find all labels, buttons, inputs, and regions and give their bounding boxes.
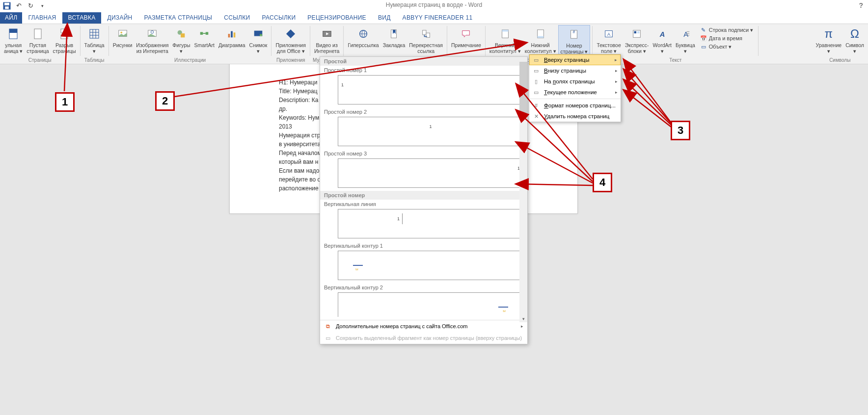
scrollbar-thumb[interactable] (519, 62, 527, 116)
quickparts-button[interactable]: Экспресс- блоки ▾ (623, 25, 651, 55)
menu-page-margins[interactable]: ▯На полях страницы▸ (529, 76, 621, 87)
chevron-right-icon: ▸ (615, 57, 617, 62)
gallery-item-preview-vcont2[interactable]: ы (338, 292, 523, 317)
video-icon (319, 26, 335, 42)
online-video-button[interactable]: Видео из Интернета (312, 25, 342, 55)
tab-home[interactable]: ГЛАВНАЯ (22, 12, 62, 24)
annotation-2: 2 (155, 91, 175, 111)
crossref-button[interactable]: Перекрестная ссылка (407, 25, 445, 55)
chevron-right-icon: ▸ (615, 68, 618, 73)
svg-rect-41 (537, 36, 543, 38)
group-apps: Приложения для Office ▾ Приложения (271, 24, 309, 64)
svg-rect-39 (502, 30, 508, 32)
signature-line-button[interactable]: ✎Строка подписи ▾ (699, 26, 755, 34)
tab-design[interactable]: ДИЗАЙН (101, 12, 138, 24)
comment-button[interactable]: Примечание (449, 25, 483, 49)
gallery-scrollbar[interactable]: ▾ (519, 62, 527, 322)
gallery-item-preview-1[interactable]: 1 (338, 75, 523, 104)
svg-rect-19 (200, 32, 203, 35)
undo-icon[interactable]: ↶ (14, 1, 24, 11)
save-icon[interactable] (2, 1, 12, 11)
symbol-button[interactable]: ΩСимвол ▾ (843, 25, 866, 55)
group-tables: Таблица ▾ Таблицы (81, 24, 108, 64)
gallery-item-preview-vline[interactable]: 1 (338, 209, 523, 238)
page-margins-icon: ▯ (532, 78, 540, 85)
annotation-1: 1 (55, 92, 75, 112)
svg-rect-24 (234, 32, 236, 37)
tab-mailings[interactable]: РАССЫЛКИ (256, 12, 302, 24)
signature-icon: ✎ (700, 26, 707, 33)
tab-layout[interactable]: РАЗМЕТКА СТРАНИЦЫ (138, 12, 218, 24)
menu-current-position[interactable]: ▭Текущее положение▸ (529, 87, 621, 98)
annotation-4: 4 (593, 173, 612, 192)
date-time-button[interactable]: 📅Дата и время (699, 34, 755, 42)
svg-rect-5 (34, 29, 41, 39)
page-number-gallery: Простой Простой номер 1 1 Простой номер … (320, 56, 528, 344)
shapes-button[interactable]: Фигуры ▾ (170, 25, 192, 55)
gallery-item-preview-2[interactable]: 1 (338, 117, 523, 146)
wordart-button[interactable]: AWordArt ▾ (651, 25, 674, 55)
page-number-menu: ▭Вверху страницы▸ ▭Внизу страницы▸ ▯На п… (529, 54, 621, 122)
menu-format-page-numbers[interactable]: #Формат номеров страниц... (529, 100, 621, 111)
menu-top-of-page[interactable]: ▭Вверху страницы▸ (529, 54, 621, 65)
office-icon: ⧉ (324, 322, 332, 330)
tab-file[interactable]: АЙЛ (0, 12, 22, 24)
qat-customize-icon[interactable]: ▾ (37, 1, 47, 11)
quickparts-icon (629, 26, 645, 42)
help-icon[interactable]: ? (859, 1, 863, 9)
online-pictures-icon (144, 26, 160, 42)
gallery-item-preview-vcont1[interactable]: ы (338, 251, 523, 280)
tab-references[interactable]: ССЫЛКИ (218, 12, 256, 24)
svg-text:+: + (260, 34, 262, 37)
chart-icon (224, 26, 240, 42)
header-icon (497, 26, 513, 42)
dropcap-button[interactable]: AБуквица ▾ (674, 25, 697, 55)
equation-button[interactable]: πУравнение ▾ (814, 25, 844, 55)
table-button[interactable]: Таблица ▾ (82, 25, 107, 55)
ribbon-tabs: АЙЛ ГЛАВНАЯ ВСТАВКА ДИЗАЙН РАЗМЕТКА СТРА… (0, 12, 868, 24)
svg-text:A: A (659, 30, 665, 38)
svg-text:A: A (607, 32, 611, 37)
gallery-item-label: Вертикальный контур 2 (320, 283, 527, 291)
gallery-item-preview-3[interactable]: 1 (338, 158, 523, 188)
page-number-button[interactable]: #Номер страницы ▾ (558, 25, 591, 56)
tab-review[interactable]: РЕЦЕНЗИРОВАНИЕ (301, 12, 372, 24)
hyperlink-button[interactable]: Гиперссылка (346, 25, 380, 49)
textbox-button[interactable]: AТекстовое поле ▾ (595, 25, 623, 55)
format-icon: # (532, 102, 540, 109)
menu-remove-page-numbers[interactable]: ✕Удалить номера страниц (529, 111, 621, 122)
online-pictures-button[interactable]: Изображения из Интернета (134, 25, 170, 55)
bookmark-button[interactable]: Закладка (381, 25, 407, 49)
chart-button[interactable]: Диаграмма (217, 25, 247, 49)
tab-abbyy[interactable]: ABBYY FineReader 11 (397, 12, 479, 24)
footer-button[interactable]: Нижний колонтитул ▾ (523, 25, 558, 55)
tab-insert[interactable]: ВСТАВКА (62, 12, 102, 24)
object-button[interactable]: ▭Объект ▾ (699, 43, 755, 51)
screenshot-icon: + (250, 26, 266, 42)
remove-icon: ✕ (532, 112, 540, 120)
gallery-save-selection: ▭Сохранить выделенный фрагмент как номер… (320, 332, 527, 344)
redo-icon[interactable]: ↻ (26, 1, 35, 11)
crossref-icon (418, 26, 434, 42)
gallery-item-label: Простой номер 2 (320, 107, 527, 116)
object-icon: ▭ (700, 43, 707, 50)
page-bottom-icon: ▭ (532, 67, 540, 75)
smartart-button[interactable]: SmartArt (192, 25, 217, 49)
textbox-icon: A (601, 26, 617, 42)
chevron-right-icon: ▸ (615, 79, 618, 84)
page-break-button[interactable]: Разрыв страницы (51, 25, 78, 55)
svg-rect-20 (206, 32, 209, 35)
screenshot-button[interactable]: +Снимок ▾ (247, 25, 270, 55)
menu-bottom-of-page[interactable]: ▭Внизу страницы▸ (529, 65, 621, 76)
gallery-more-office[interactable]: ⧉Дополнительные номера страниц с сайта O… (320, 320, 527, 332)
gallery-header-simple2: Простой номер (320, 191, 527, 200)
pictures-button[interactable]: Рисунки (111, 25, 135, 49)
tab-view[interactable]: ВИД (372, 12, 397, 24)
cover-page-icon (5, 26, 21, 42)
header-button[interactable]: Верхний колонтитул ▾ (488, 25, 523, 55)
blank-page-icon (30, 26, 46, 42)
apps-icon (283, 26, 298, 42)
apps-button[interactable]: Приложения для Office ▾ (273, 25, 307, 55)
cover-page-button[interactable]: ульная аница ▾ (2, 25, 25, 55)
blank-page-button[interactable]: Пустая страница (25, 25, 51, 55)
